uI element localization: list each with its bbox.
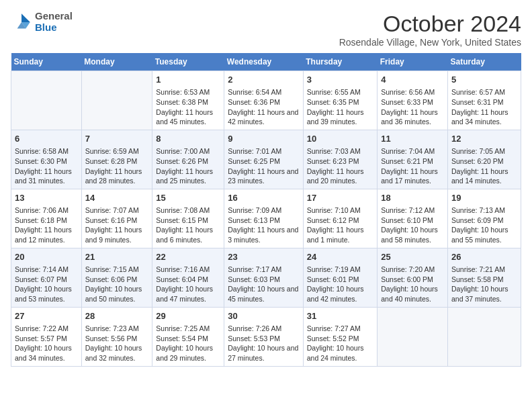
weekday-header: Thursday (303, 53, 377, 71)
calendar-cell: 15Sunrise: 7:08 AMSunset: 6:15 PMDayligh… (152, 189, 224, 248)
calendar-cell: 16Sunrise: 7:09 AMSunset: 6:13 PMDayligh… (224, 189, 304, 248)
day-number: 18 (381, 192, 444, 204)
day-number: 7 (85, 133, 149, 145)
day-info: Sunrise: 7:09 AMSunset: 6:13 PMDaylight:… (228, 205, 300, 245)
day-number: 8 (156, 133, 220, 145)
weekday-header: Monday (81, 53, 152, 71)
calendar-cell: 14Sunrise: 7:07 AMSunset: 6:16 PMDayligh… (81, 189, 152, 248)
calendar-cell: 28Sunrise: 7:23 AMSunset: 5:56 PMDayligh… (81, 307, 152, 366)
day-number: 16 (228, 192, 300, 204)
day-number: 28 (85, 310, 149, 322)
logo-text: General Blue (35, 11, 73, 33)
day-number: 19 (451, 192, 517, 204)
day-number: 26 (451, 251, 517, 263)
day-number: 3 (307, 74, 373, 86)
day-number: 6 (15, 133, 78, 145)
title-block: October 2024 Rosendale Village, New York… (339, 11, 521, 48)
calendar-cell: 21Sunrise: 7:15 AMSunset: 6:06 PMDayligh… (81, 248, 152, 307)
day-number: 27 (15, 310, 78, 322)
calendar-cell (378, 307, 448, 366)
weekday-header: Saturday (447, 53, 521, 71)
day-info: Sunrise: 7:10 AMSunset: 6:12 PMDaylight:… (307, 205, 373, 245)
day-info: Sunrise: 7:13 AMSunset: 6:09 PMDaylight:… (451, 205, 517, 245)
calendar-cell (81, 71, 152, 130)
day-number: 31 (307, 310, 373, 322)
day-number: 1 (156, 74, 220, 86)
calendar-cell: 1Sunrise: 6:53 AMSunset: 6:38 PMDaylight… (152, 71, 224, 130)
day-info: Sunrise: 7:21 AMSunset: 5:58 PMDaylight:… (451, 265, 517, 304)
page-header: General Blue October 2024 Rosendale Vill… (11, 11, 521, 48)
day-number: 23 (228, 251, 300, 263)
calendar-cell: 8Sunrise: 7:00 AMSunset: 6:26 PMDaylight… (152, 130, 224, 189)
day-info: Sunrise: 7:12 AMSunset: 6:10 PMDaylight:… (381, 205, 444, 245)
day-number: 12 (451, 133, 517, 145)
day-info: Sunrise: 7:14 AMSunset: 6:07 PMDaylight:… (15, 265, 78, 304)
calendar-cell: 3Sunrise: 6:55 AMSunset: 6:35 PMDaylight… (303, 71, 377, 130)
calendar-cell: 10Sunrise: 7:03 AMSunset: 6:23 PMDayligh… (303, 130, 377, 189)
calendar-cell: 18Sunrise: 7:12 AMSunset: 6:10 PMDayligh… (378, 189, 448, 248)
day-info: Sunrise: 7:00 AMSunset: 6:26 PMDaylight:… (156, 146, 220, 186)
day-info: Sunrise: 6:58 AMSunset: 6:30 PMDaylight:… (15, 146, 78, 186)
calendar-cell: 27Sunrise: 7:22 AMSunset: 5:57 PMDayligh… (11, 307, 82, 366)
day-number: 11 (381, 133, 444, 145)
day-number: 13 (15, 192, 78, 204)
day-number: 24 (307, 251, 373, 263)
calendar-cell: 25Sunrise: 7:20 AMSunset: 6:00 PMDayligh… (378, 248, 448, 307)
day-number: 20 (15, 251, 78, 263)
day-number: 5 (451, 74, 517, 86)
calendar-week-row: 27Sunrise: 7:22 AMSunset: 5:57 PMDayligh… (11, 307, 521, 366)
day-number: 15 (156, 192, 220, 204)
day-info: Sunrise: 7:04 AMSunset: 6:21 PMDaylight:… (381, 146, 444, 186)
calendar-week-row: 13Sunrise: 7:06 AMSunset: 6:18 PMDayligh… (11, 189, 521, 248)
day-number: 2 (228, 74, 300, 86)
day-info: Sunrise: 7:01 AMSunset: 6:25 PMDaylight:… (228, 146, 300, 186)
logo-icon (11, 11, 32, 33)
day-info: Sunrise: 7:08 AMSunset: 6:15 PMDaylight:… (156, 205, 220, 245)
location: Rosendale Village, New York, United Stat… (339, 37, 521, 48)
day-info: Sunrise: 7:25 AMSunset: 5:54 PMDaylight:… (156, 324, 220, 363)
day-number: 17 (307, 192, 373, 204)
calendar-cell (447, 307, 521, 366)
day-info: Sunrise: 7:19 AMSunset: 6:01 PMDaylight:… (307, 265, 373, 304)
calendar-week-row: 20Sunrise: 7:14 AMSunset: 6:07 PMDayligh… (11, 248, 521, 307)
day-info: Sunrise: 6:56 AMSunset: 6:33 PMDaylight:… (381, 87, 444, 127)
day-info: Sunrise: 7:27 AMSunset: 5:52 PMDaylight:… (307, 324, 373, 363)
weekday-header-row: SundayMondayTuesdayWednesdayThursdayFrid… (11, 53, 521, 71)
day-info: Sunrise: 6:55 AMSunset: 6:35 PMDaylight:… (307, 87, 373, 127)
day-info: Sunrise: 7:26 AMSunset: 5:53 PMDaylight:… (228, 324, 300, 363)
day-number: 29 (156, 310, 220, 322)
day-info: Sunrise: 7:03 AMSunset: 6:23 PMDaylight:… (307, 146, 373, 186)
calendar-cell (11, 71, 82, 130)
day-info: Sunrise: 6:59 AMSunset: 6:28 PMDaylight:… (85, 146, 149, 186)
calendar-cell: 12Sunrise: 7:05 AMSunset: 6:20 PMDayligh… (447, 130, 521, 189)
calendar-cell: 26Sunrise: 7:21 AMSunset: 5:58 PMDayligh… (447, 248, 521, 307)
calendar-cell: 6Sunrise: 6:58 AMSunset: 6:30 PMDaylight… (11, 130, 82, 189)
svg-marker-0 (21, 13, 30, 22)
day-number: 9 (228, 133, 300, 145)
day-info: Sunrise: 7:22 AMSunset: 5:57 PMDaylight:… (15, 324, 78, 363)
day-info: Sunrise: 7:17 AMSunset: 6:03 PMDaylight:… (228, 265, 300, 304)
calendar-table: SundayMondayTuesdayWednesdayThursdayFrid… (11, 53, 521, 367)
month-title: October 2024 (339, 11, 521, 37)
day-info: Sunrise: 7:05 AMSunset: 6:20 PMDaylight:… (451, 146, 517, 186)
day-info: Sunrise: 7:06 AMSunset: 6:18 PMDaylight:… (15, 205, 78, 245)
calendar-week-row: 1Sunrise: 6:53 AMSunset: 6:38 PMDaylight… (11, 71, 521, 130)
calendar-cell: 29Sunrise: 7:25 AMSunset: 5:54 PMDayligh… (152, 307, 224, 366)
day-info: Sunrise: 7:16 AMSunset: 6:04 PMDaylight:… (156, 265, 220, 304)
day-info: Sunrise: 7:23 AMSunset: 5:56 PMDaylight:… (85, 324, 149, 363)
weekday-header: Sunday (11, 53, 82, 71)
calendar-cell: 22Sunrise: 7:16 AMSunset: 6:04 PMDayligh… (152, 248, 224, 307)
calendar-cell: 31Sunrise: 7:27 AMSunset: 5:52 PMDayligh… (303, 307, 377, 366)
day-info: Sunrise: 6:54 AMSunset: 6:36 PMDaylight:… (228, 87, 300, 127)
calendar-cell: 5Sunrise: 6:57 AMSunset: 6:31 PMDaylight… (447, 71, 521, 130)
calendar-cell: 4Sunrise: 6:56 AMSunset: 6:33 PMDaylight… (378, 71, 448, 130)
day-info: Sunrise: 6:53 AMSunset: 6:38 PMDaylight:… (156, 87, 220, 127)
calendar-cell: 23Sunrise: 7:17 AMSunset: 6:03 PMDayligh… (224, 248, 304, 307)
calendar-week-row: 6Sunrise: 6:58 AMSunset: 6:30 PMDaylight… (11, 130, 521, 189)
day-info: Sunrise: 7:20 AMSunset: 6:00 PMDaylight:… (381, 265, 444, 304)
calendar-cell: 2Sunrise: 6:54 AMSunset: 6:36 PMDaylight… (224, 71, 304, 130)
day-number: 25 (381, 251, 444, 263)
calendar-cell: 20Sunrise: 7:14 AMSunset: 6:07 PMDayligh… (11, 248, 82, 307)
day-info: Sunrise: 7:15 AMSunset: 6:06 PMDaylight:… (85, 265, 149, 304)
calendar-cell: 13Sunrise: 7:06 AMSunset: 6:18 PMDayligh… (11, 189, 82, 248)
